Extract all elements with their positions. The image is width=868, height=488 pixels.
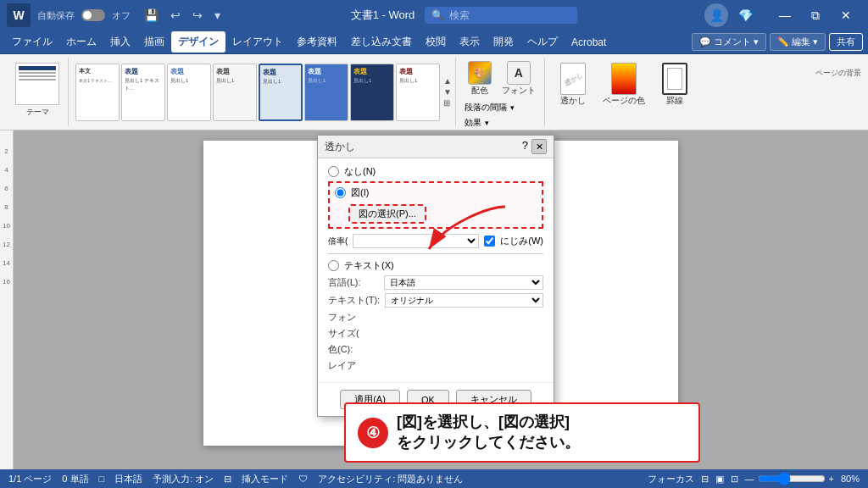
search-input[interactable]	[449, 9, 559, 21]
ruler-14: 14	[3, 259, 10, 278]
accessibility-label: アクセシビリティ: 問題ありません	[318, 473, 463, 485]
watermark-button[interactable]: 透かし 透かし	[554, 59, 593, 110]
page-info: 1/1 ページ	[8, 473, 52, 485]
scale-select[interactable]	[353, 234, 479, 248]
style-hyoudai4[interactable]: 表題 見出し1	[259, 64, 303, 121]
page-bg-group: 透かし 透かし ページの色 罫線 ページの背景	[548, 58, 699, 126]
save-icon[interactable]: 💾	[141, 7, 162, 24]
style-hyoudai2[interactable]: 表題 見出し1	[167, 64, 211, 121]
doc-page[interactable]: 透かし ? ✕ なし(N) 図(I)	[14, 130, 868, 469]
menu-acrobat[interactable]: Acrobat	[565, 33, 613, 52]
close-button[interactable]: ✕	[831, 0, 861, 30]
undo-icon[interactable]: ↩	[167, 7, 184, 24]
none-radio[interactable]	[328, 166, 339, 177]
dialog-help-icon[interactable]: ?	[522, 139, 528, 154]
menu-home[interactable]: ホーム	[59, 31, 103, 53]
autosave-toggle[interactable]	[81, 9, 105, 21]
ruler-left: 2 4 6 8 10 12 14 16	[0, 130, 14, 469]
ruler-10: 10	[3, 222, 10, 241]
ruler-6: 6	[4, 185, 8, 203]
minimize-button[interactable]: —	[770, 0, 800, 30]
ruler-4: 4	[4, 166, 8, 185]
diamond-icon[interactable]: 💎	[735, 7, 756, 24]
menu-dev[interactable]: 開発	[487, 31, 520, 53]
menu-design[interactable]: デザイン	[171, 31, 225, 53]
theme-preview	[15, 63, 59, 105]
zu-select-button[interactable]: 図の選択(P)...	[348, 204, 426, 224]
zu-select-area: 図の選択(P)...	[335, 202, 537, 224]
text-select[interactable]: オリジナル	[385, 293, 543, 308]
step-number: ④	[366, 424, 380, 442]
step-circle: ④	[358, 418, 388, 448]
menu-right-buttons: 💬 コメント ▾ ✏️ 編集 ▾ 共有	[692, 33, 863, 51]
focus-icon: ⊟	[701, 474, 709, 485]
styles-up-button[interactable]: ▲	[443, 76, 452, 86]
menu-mailings[interactable]: 差し込み文書	[344, 31, 419, 53]
comment-button[interactable]: 💬 コメント ▾	[692, 33, 766, 51]
menu-draw[interactable]: 描画	[137, 31, 171, 53]
style-hyoudai1[interactable]: 表題 見出し1 テキスト...	[121, 64, 165, 121]
titlebar: W 自動保存 オフ 💾 ↩ ↪ ▾ 文書1 - Word 🔍 👤 💎 — ⧉ ✕	[0, 0, 868, 30]
view-normal-icon[interactable]: ▣	[715, 474, 724, 485]
language-select[interactable]: 日本語	[384, 275, 543, 290]
autosave-label: 自動保存	[37, 9, 75, 22]
zoom-slider-input[interactable]	[758, 472, 826, 485]
language-name: 日本語	[114, 473, 142, 485]
theme-group: テーマ	[7, 58, 69, 126]
edit-button[interactable]: ✏️ 編集 ▾	[770, 33, 826, 51]
style-hyoudai3[interactable]: 表題 見出し1	[213, 64, 257, 121]
menu-layout[interactable]: レイアウト	[225, 31, 290, 53]
dialog-close-button[interactable]: ✕	[531, 139, 547, 154]
page-color-button[interactable]: ページの色	[596, 59, 652, 110]
menu-insert[interactable]: 挿入	[103, 31, 137, 53]
style-hyoudai6[interactable]: 表題 見出し1	[350, 64, 394, 121]
user-avatar[interactable]: 👤	[704, 3, 728, 27]
font-button[interactable]: A フォント	[498, 59, 539, 98]
insert-mode-label: 挿入モード	[242, 473, 288, 485]
paragraph-spacing-option[interactable]: 段落の間隔 ▾	[465, 102, 539, 114]
nijimu-checkbox[interactable]	[484, 236, 495, 247]
scale-label: 倍率(	[328, 236, 348, 247]
style-hyoudai7[interactable]: 表題 見出し1	[396, 64, 440, 121]
style-hyoudai5[interactable]: 表題 見出し1	[304, 64, 348, 121]
restore-button[interactable]: ⧉	[800, 0, 831, 30]
ribbon: テーマ 本文 本文1 テキスト... 表題 見出し1 テキスト... 表題 見出…	[0, 54, 868, 130]
style-default[interactable]: 本文 本文1 テキスト...	[75, 64, 120, 121]
menu-file[interactable]: ファイル	[5, 31, 59, 53]
text-radio[interactable]	[328, 260, 339, 271]
menu-help[interactable]: ヘルプ	[520, 31, 565, 53]
page-border-button[interactable]: 罫線	[655, 59, 694, 110]
zoom-out-icon[interactable]: —	[745, 474, 754, 484]
text-radio-row: テキスト(X)	[328, 259, 543, 272]
font-label: フォント	[502, 85, 536, 97]
styles-down-button[interactable]: ▼	[443, 87, 452, 97]
size-row: サイズ(	[328, 327, 543, 340]
theme-button[interactable]: テーマ	[12, 59, 63, 121]
zoom-control[interactable]: — +	[745, 472, 834, 485]
view-layout-icon[interactable]: ⊡	[731, 474, 738, 485]
dialog-titlebar: 透かし ? ✕	[318, 136, 554, 158]
language-status: □	[99, 474, 105, 484]
text-value-row: テキスト(T): オリジナル	[328, 293, 543, 308]
effects-option[interactable]: 効果 ▾	[465, 117, 539, 129]
color-button[interactable]: 🎨 配色	[465, 59, 495, 98]
ruler-12: 12	[3, 241, 10, 259]
size-label: サイズ(	[328, 327, 379, 340]
color-label: 色(C):	[328, 343, 379, 356]
share-button[interactable]: 共有	[829, 33, 863, 51]
redo-icon[interactable]: ↪	[189, 7, 206, 24]
page-border-label: 罫線	[666, 95, 683, 107]
none-label: なし(N)	[344, 165, 376, 178]
statusbar: 1/1 ページ 0 単語 □ 日本語 予測入力: オン ⊟ 挿入モード 🛡 アク…	[0, 469, 868, 488]
zoom-in-icon[interactable]: +	[829, 474, 834, 484]
search-box[interactable]: 🔍	[425, 7, 577, 24]
page-bg-label: ページの背景	[815, 68, 861, 79]
menu-review[interactable]: 校閲	[419, 31, 453, 53]
dialog-title: 透かし	[325, 140, 355, 154]
chevron-icon: ▾	[754, 36, 759, 47]
zu-radio[interactable]	[335, 187, 346, 198]
menu-references[interactable]: 参考資料	[290, 31, 344, 53]
more-icon[interactable]: ▾	[211, 7, 224, 24]
menu-view[interactable]: 表示	[453, 31, 487, 53]
styles-more-button[interactable]: ⊞	[443, 98, 452, 108]
